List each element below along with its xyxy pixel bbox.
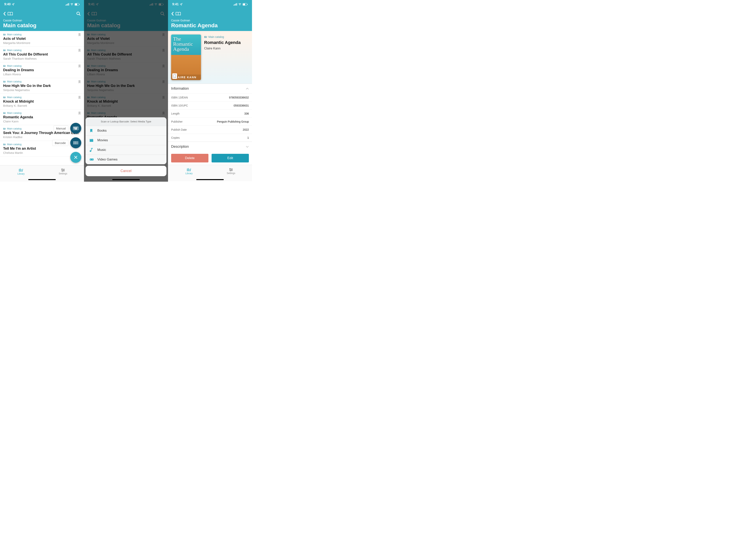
- book-open-icon[interactable]: [175, 12, 181, 16]
- edit-button[interactable]: Edit: [212, 154, 249, 163]
- svg-rect-10: [75, 127, 75, 128]
- library-icon: [19, 168, 23, 172]
- movie-icon: [89, 139, 94, 142]
- list-item-title: Knock at Midnight: [3, 100, 81, 104]
- info-header[interactable]: Information: [168, 84, 252, 93]
- svg-rect-16: [75, 128, 76, 129]
- list-item-catalog: Main catalog: [3, 80, 81, 83]
- location-icon: [12, 3, 15, 6]
- info-row: Length336: [168, 110, 252, 118]
- list-item-title: Dealing in Dreams: [3, 68, 81, 72]
- wifi-icon: [238, 3, 241, 5]
- status-bar: 9:40: [0, 0, 84, 9]
- list-item-author: Margarita Montimore: [3, 41, 81, 45]
- svg-rect-48: [247, 4, 248, 5]
- svg-point-7: [77, 12, 79, 15]
- info-value: 1: [247, 136, 249, 139]
- fab-close-button[interactable]: [70, 152, 81, 163]
- home-indicator[interactable]: [28, 179, 56, 180]
- list-item-catalog: Main catalog: [3, 96, 81, 99]
- svg-rect-5: [75, 4, 77, 5]
- svg-rect-0: [66, 5, 66, 5]
- bookmark-icon: [89, 129, 94, 133]
- info-row: ISBN 13/EAN9780593336632: [168, 93, 252, 101]
- back-icon[interactable]: [3, 12, 6, 16]
- svg-point-29: [62, 171, 63, 172]
- back-icon[interactable]: [171, 12, 174, 16]
- list-item-title: Acts of Violet: [3, 37, 81, 41]
- list-item[interactable]: Main catalogKnock at MidnightBrittany K.…: [0, 94, 84, 110]
- info-value: 2022: [243, 128, 249, 131]
- svg-rect-43: [235, 4, 235, 5]
- svg-rect-6: [79, 4, 80, 5]
- settings-icon: [229, 168, 233, 172]
- svg-rect-42: [234, 5, 234, 5]
- bookmark-icon[interactable]: [78, 33, 81, 37]
- library-icon: [187, 168, 191, 172]
- library-small-icon: [3, 80, 6, 83]
- svg-rect-15: [75, 128, 75, 129]
- fab-manual-button[interactable]: [70, 123, 81, 134]
- delete-button[interactable]: Delete: [171, 154, 208, 163]
- book-open-icon[interactable]: [7, 12, 13, 16]
- fab-barcode-button[interactable]: [70, 137, 81, 148]
- list-item[interactable]: Main catalogActs of VioletMargarita Mont…: [0, 31, 84, 47]
- svg-rect-11: [75, 127, 76, 128]
- fab-barcode-label: Barcode: [52, 140, 68, 146]
- signal-icon: [66, 3, 69, 5]
- list-item[interactable]: Main catalogDealing in DreamsLilliam Riv…: [0, 62, 84, 78]
- nav-settings[interactable]: Settings: [210, 165, 252, 181]
- bookmark-icon[interactable]: [78, 49, 81, 52]
- bookmark-icon[interactable]: [78, 64, 81, 68]
- info-row: Publish Date2022: [168, 126, 252, 134]
- sheet-item-movies[interactable]: Movies: [86, 136, 166, 145]
- bookmark-icon[interactable]: [78, 112, 81, 115]
- bookmark-icon[interactable]: [78, 96, 81, 99]
- list-item-author: Lilliam Rivera: [3, 73, 81, 76]
- header-subtitle: Cassie Gutman: [3, 19, 81, 22]
- bookmark-icon[interactable]: [78, 80, 81, 84]
- svg-rect-47: [243, 4, 245, 5]
- home-indicator[interactable]: [112, 179, 140, 180]
- cancel-button[interactable]: Cancel: [86, 166, 166, 176]
- svg-rect-9: [74, 127, 74, 128]
- library-small-icon: [204, 36, 207, 38]
- home-indicator[interactable]: [196, 179, 224, 180]
- battery-icon: [75, 3, 80, 6]
- list-item-title: Romantic Agenda: [3, 115, 81, 119]
- svg-rect-1: [67, 4, 67, 5]
- list-item[interactable]: Main catalogAll This Could Be DifferentS…: [0, 47, 84, 62]
- detail-title: Romantic Agenda: [204, 40, 249, 45]
- svg-point-38: [90, 150, 91, 152]
- status-time: 9:41: [172, 3, 179, 6]
- screen-book-detail: 9:41 Cassie Gutman Romantic Agenda The R…: [168, 0, 252, 182]
- info-key: Publisher: [171, 120, 183, 123]
- bottom-nav: Library Settings: [168, 165, 252, 181]
- info-row: PublisherPenguin Publishing Group: [168, 118, 252, 126]
- info-value: 0593336631: [234, 104, 249, 107]
- action-sheet-overlay[interactable]: Scan or Lookup Barcode: Select Media Typ…: [84, 0, 168, 182]
- status-bar: 9:41: [168, 0, 252, 9]
- info-value: 9780593336632: [229, 96, 249, 99]
- description-header[interactable]: Description: [168, 142, 252, 152]
- fab-group: Manual Barcode: [52, 123, 81, 163]
- sheet-item-books[interactable]: Books: [86, 126, 166, 136]
- library-small-icon: [3, 128, 6, 130]
- sheet-item-music[interactable]: Music: [86, 145, 166, 155]
- screen-catalog-list: 9:40 Cassie Gutman Main catalog Main cat…: [0, 0, 84, 182]
- svg-point-27: [62, 169, 62, 170]
- list-item[interactable]: Main catalogHow High We Go in the DarkSe…: [0, 78, 84, 94]
- sheet-title: Scan or Lookup Barcode: Select Media Typ…: [86, 117, 166, 126]
- cover-title: The Romantic Agenda: [173, 37, 199, 52]
- sheet-item-games[interactable]: Video Games: [86, 155, 166, 164]
- library-small-icon: [3, 65, 6, 67]
- svg-point-50: [231, 169, 232, 170]
- book-cover[interactable]: The Romantic Agenda LAIRE KANN: [171, 35, 201, 80]
- library-small-icon: [3, 143, 6, 146]
- nav-library[interactable]: Library: [168, 165, 210, 181]
- svg-point-41: [93, 160, 93, 160]
- svg-rect-44: [236, 4, 236, 5]
- header: Cassie Gutman Romantic Agenda: [168, 9, 252, 31]
- search-icon[interactable]: [76, 11, 81, 16]
- detail-author: Claire Kann: [204, 47, 249, 50]
